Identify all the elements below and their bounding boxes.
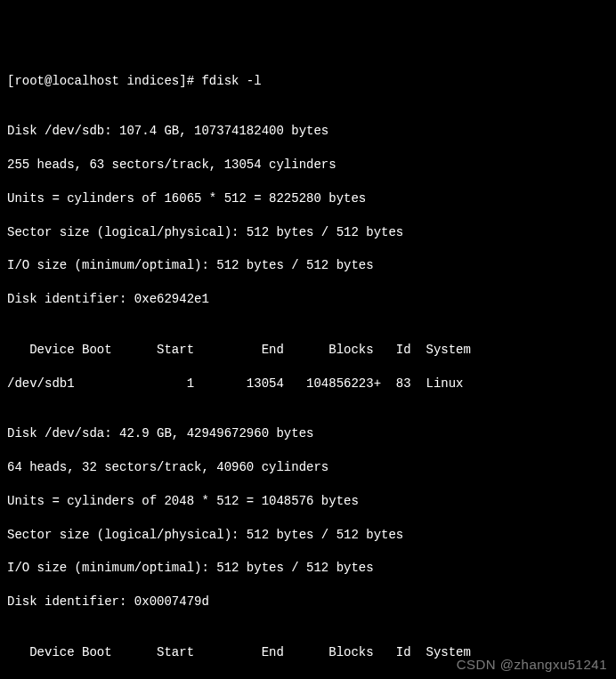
- sda-disk-line: Disk /dev/sda: 42.9 GB, 42949672960 byte…: [7, 425, 609, 442]
- sda-sector-size: Sector size (logical/physical): 512 byte…: [7, 527, 609, 544]
- sdb-geometry: 255 heads, 63 sectors/track, 13054 cylin…: [7, 157, 609, 174]
- sdb-sector-size: Sector size (logical/physical): 512 byte…: [7, 224, 609, 241]
- sdb-partition-1: /dev/sdb1 1 13054 104856223+ 83 Linux: [7, 376, 609, 392]
- sda-geometry: 64 heads, 32 sectors/track, 40960 cylind…: [7, 459, 609, 476]
- sda-identifier: Disk identifier: 0x0007479d: [7, 594, 609, 610]
- sdb-identifier: Disk identifier: 0xe62942e1: [7, 291, 609, 308]
- sda-units: Units = cylinders of 2048 * 512 = 104857…: [7, 493, 609, 510]
- terminal-prompt: [root@localhost indices]# fdisk -l: [7, 73, 609, 90]
- csdn-watermark: CSDN @zhangxu51241: [457, 656, 607, 674]
- sdb-partition-header: Device Boot Start End Blocks Id System: [7, 342, 609, 359]
- sdb-units: Units = cylinders of 16065 * 512 = 82252…: [7, 190, 609, 207]
- sdb-disk-line: Disk /dev/sdb: 107.4 GB, 107374182400 by…: [7, 123, 609, 140]
- sdb-io-size: I/O size (minimum/optimal): 512 bytes / …: [7, 257, 609, 274]
- sda-io-size: I/O size (minimum/optimal): 512 bytes / …: [7, 560, 609, 577]
